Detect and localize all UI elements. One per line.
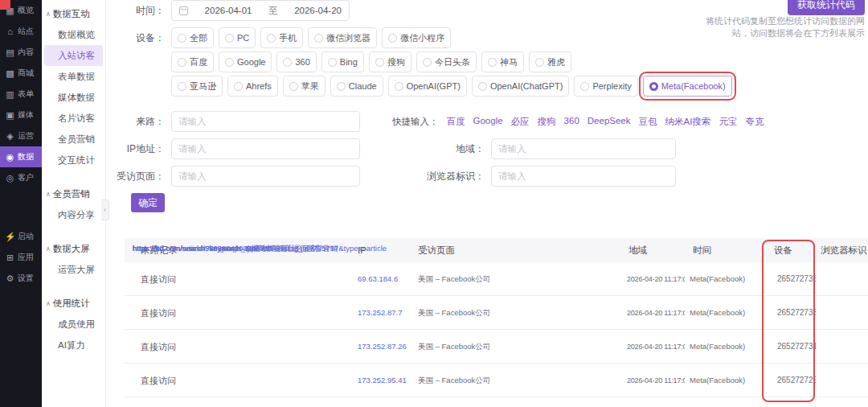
- get-statistics-code-button[interactable]: 获取统计代码: [788, 0, 865, 15]
- date-end-value: 2026-04-20: [294, 6, 342, 15]
- nav-item-label: 站点: [18, 26, 34, 37]
- region-label: 地域：: [360, 138, 485, 159]
- device-option[interactable]: 360: [276, 51, 316, 72]
- subnav-section: ∧ 全员营销 内容分享: [42, 182, 105, 225]
- quick-link[interactable]: 搜狗: [538, 116, 556, 128]
- primary-nav-item[interactable]: ⚙ 设置: [0, 268, 42, 289]
- device-option[interactable]: 搜狗: [369, 51, 411, 72]
- quick-link[interactable]: 百度: [447, 116, 465, 128]
- subnav-items: 成员使用 AI算力: [42, 314, 105, 356]
- device-option[interactable]: 微信浏览器: [308, 27, 377, 48]
- sidebar-collapse-handle[interactable]: ‹: [101, 199, 109, 220]
- device-option[interactable]: 百度: [171, 51, 214, 72]
- quick-links-list: 百度 Google 必应 搜狗 360 DeepSeek 豆包 纳米AI搜索: [447, 116, 764, 128]
- primary-nav-item[interactable]: ⚡ 启动: [0, 226, 42, 247]
- device-option[interactable]: PC: [219, 27, 256, 48]
- ip-input[interactable]: [171, 138, 360, 159]
- device-option[interactable]: 今日头条: [416, 51, 477, 72]
- date-range-picker[interactable]: 2026-04-01 至 2026-04-20: [171, 0, 350, 21]
- quick-link[interactable]: Google: [473, 116, 503, 128]
- nav-item-label: 启动: [18, 231, 34, 242]
- subnav-item[interactable]: 交互统计: [44, 150, 103, 171]
- device-option[interactable]: 全部: [171, 27, 214, 48]
- subnav-section-title[interactable]: ∧ 数据大屏: [42, 236, 105, 259]
- subnav-item[interactable]: AI算力: [44, 335, 103, 356]
- device-option[interactable]: Ahrefs: [227, 76, 278, 97]
- subnav-item[interactable]: 表单数据: [44, 66, 103, 87]
- radio-icon: [178, 34, 186, 43]
- primary-nav-item[interactable]: ◈ 运营: [0, 125, 42, 146]
- quick-link[interactable]: DeepSeek: [588, 116, 631, 128]
- subnav-section-title[interactable]: ∧ 全员营销: [42, 182, 105, 204]
- nav-item-icon: ⊞: [5, 253, 15, 263]
- referrer-input[interactable]: [171, 111, 360, 132]
- region-input[interactable]: [491, 138, 676, 159]
- primary-nav-item[interactable]: ▤ 内容: [0, 42, 42, 63]
- device-option[interactable]: Perplexity: [574, 76, 637, 97]
- subnav-item[interactable]: 媒体数据: [44, 87, 103, 108]
- subnav-section-title[interactable]: ∧ 数据互动: [42, 2, 105, 24]
- subnav-item[interactable]: 名片访客: [44, 108, 103, 129]
- device-option[interactable]: 神马: [481, 51, 524, 72]
- ip-label: IP地址：: [113, 138, 165, 159]
- primary-nav-item[interactable]: ◎ 客户: [0, 167, 42, 188]
- device-option[interactable]: 雅虎: [529, 51, 571, 72]
- subnav-item[interactable]: 入站访客: [44, 45, 103, 66]
- primary-nav-item[interactable]: ▩ 商城: [0, 63, 42, 84]
- subnav-item[interactable]: 全员营销: [44, 129, 103, 150]
- quick-link[interactable]: 360: [564, 116, 579, 128]
- device-option-label: Ahrefs: [246, 81, 272, 91]
- device-option[interactable]: 苹果: [283, 76, 326, 97]
- quick-link[interactable]: 夸克: [745, 116, 764, 128]
- nav-item-icon: ▣: [5, 110, 15, 121]
- quick-link[interactable]: 豆包: [639, 116, 657, 128]
- visited-page-input[interactable]: [171, 166, 360, 187]
- device-option[interactable]: 手机: [260, 27, 303, 48]
- referrer-filter-row: 来路： 快捷输入： 百度 Google 必应 搜狗 360: [113, 111, 764, 132]
- subnav-item[interactable]: 运营大屏: [44, 259, 103, 280]
- primary-nav-item[interactable]: ◉ 数据: [0, 146, 42, 167]
- chevron-up-icon: ∧: [46, 10, 51, 18]
- subnav-item-label: 成员使用: [58, 319, 95, 329]
- device-option[interactable]: 微信小程序: [382, 27, 451, 48]
- device-option-label: 微信浏览器: [326, 32, 371, 44]
- subnav-items: 数据概览 入站访客 表单数据 媒体数据 名片访客: [42, 24, 105, 171]
- subnav-section-label: 数据互动: [53, 8, 90, 20]
- nav-item-label: 设置: [18, 273, 34, 284]
- subnav-section-title[interactable]: ∧ 使用统计: [42, 291, 105, 314]
- browser-id-input[interactable]: [491, 166, 676, 187]
- primary-nav-item[interactable]: ▣ 媒体: [0, 105, 42, 125]
- radio-icon: [337, 82, 346, 91]
- subnav-item[interactable]: 成员使用: [44, 314, 103, 335]
- nav-item-icon: ▩: [5, 68, 15, 79]
- primary-nav-bottom-group: ⚡ 启动 ⊞ 应用 ⚙ 设置: [0, 226, 42, 289]
- device-option[interactable]: 亚马逊: [171, 76, 223, 97]
- primary-nav-item[interactable]: ⊞ 应用: [0, 247, 42, 268]
- quick-link[interactable]: 元宝: [719, 116, 737, 128]
- subnav-item[interactable]: 内容分享: [44, 204, 103, 225]
- chevron-up-icon: ∧: [46, 300, 51, 307]
- device-option[interactable]: Claude: [330, 76, 383, 97]
- radio-icon: [478, 82, 487, 91]
- device-option-label: 全部: [190, 32, 207, 44]
- device-option[interactable]: Google: [219, 51, 272, 72]
- confirm-button[interactable]: 确定: [131, 193, 165, 212]
- quick-link[interactable]: 必应: [511, 116, 530, 128]
- device-option-label: OpenAI(ChatGPT): [490, 81, 563, 91]
- device-option[interactable]: Bing: [321, 51, 364, 72]
- primary-nav-item[interactable]: ⌂ 站点: [0, 21, 42, 42]
- nav-item-icon: ▤: [5, 47, 15, 58]
- device-option[interactable]: Meta(Facebook): [643, 76, 732, 97]
- device-option-label: Bing: [340, 57, 358, 67]
- quick-input-links: 快捷输入： 百度 Google 必应 搜狗 360 DeepSeek: [392, 111, 764, 132]
- primary-nav-item[interactable]: ▥ 表单: [0, 84, 42, 105]
- ip-filter-row: IP地址： 地域：: [113, 138, 676, 159]
- subnav-item[interactable]: 数据概览: [44, 24, 103, 45]
- device-option[interactable]: OpenAI(GPT): [388, 76, 467, 97]
- device-option-label: 百度: [190, 56, 207, 68]
- device-option[interactable]: OpenAI(ChatGPT): [472, 76, 569, 97]
- date-start-value: 2026-04-01: [205, 6, 252, 15]
- cell-page-link[interactable]: [125, 238, 868, 407]
- quick-link[interactable]: 纳米AI搜索: [665, 116, 711, 128]
- subnav-section-label: 全员营销: [53, 188, 90, 200]
